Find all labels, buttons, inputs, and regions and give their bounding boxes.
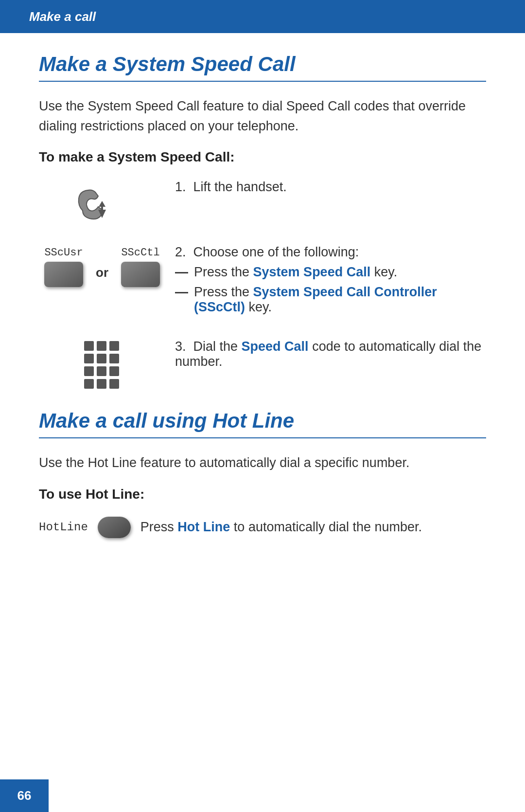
footer-spacer: [49, 779, 525, 812]
keypad-key: [109, 366, 119, 376]
keypad-key: [97, 341, 106, 351]
step-2-sub-2: — Press the System Speed Call Controller…: [175, 285, 486, 315]
step-3-text-area: 3. Dial the Speed Call code to automatic…: [165, 339, 486, 374]
or-label: or: [96, 253, 108, 280]
keypad-key: [84, 341, 94, 351]
section1: Make a System Speed Call Use the System …: [39, 53, 486, 390]
section2-subheading: To use Hot Line:: [39, 487, 486, 502]
key2-wrapper: SScCtl: [121, 247, 160, 287]
keypad-key: [84, 366, 94, 376]
section1-title: Make a System Speed Call: [39, 53, 486, 82]
breadcrumb: Make a call: [29, 9, 96, 24]
keypad-key: [97, 366, 106, 376]
hotline-button-icon: [98, 517, 131, 538]
keypad-icon: [84, 341, 120, 390]
main-content: Make a System Speed Call Use the System …: [0, 33, 525, 577]
step-3-icon-area: [39, 339, 165, 390]
step-1-row: 1. Lift the handset.: [39, 180, 486, 225]
section1-intro: Use the System Speed Call feature to dia…: [39, 96, 486, 136]
step-2-sub-1: — Press the System Speed Call key.: [175, 265, 486, 280]
key2-label: SScCtl: [121, 247, 159, 259]
step-1-icon-area: [39, 180, 165, 225]
keypad-key: [109, 354, 119, 363]
handset-icon: [68, 181, 136, 225]
steps-area: 1. Lift the handset. SScUsr or SScCtl: [39, 180, 486, 390]
svg-marker-2: [99, 201, 105, 207]
key1-label: SScUsr: [44, 247, 83, 259]
hotline-area: HotLine Press Hot Line to automatically …: [39, 517, 486, 538]
keypad-key: [109, 341, 119, 351]
hotline-label: HotLine: [39, 521, 88, 534]
highlight-system-speed-call: System Speed Call: [253, 265, 371, 279]
key2-button: [121, 262, 160, 287]
keypad-key: [84, 379, 94, 389]
step-2-text-area: 2. Choose one of the following: — Press …: [165, 245, 486, 320]
highlight-hot-line: Hot Line: [177, 520, 230, 534]
step-1-text: 1. Lift the handset.: [175, 180, 486, 195]
section2-intro: Use the Hot Line feature to automaticall…: [39, 453, 486, 473]
highlight-speed-call: Speed Call: [242, 339, 309, 354]
footer: 66: [0, 779, 525, 812]
section1-subheading: To make a System Speed Call:: [39, 149, 486, 165]
step-1-text-area: 1. Lift the handset.: [165, 180, 486, 199]
section2-title: Make a call using Hot Line: [39, 409, 486, 438]
keypad-key: [97, 354, 106, 363]
keypad-key: [97, 379, 106, 389]
keypad-key: [109, 379, 119, 389]
hotline-row: HotLine Press Hot Line to automatically …: [39, 517, 486, 538]
page-number: 66: [0, 779, 49, 812]
keypad-key: [84, 354, 94, 363]
step-2-icon-area: SScUsr or SScCtl: [39, 245, 165, 287]
step-3-row: 3. Dial the Speed Call code to automatic…: [39, 339, 486, 390]
highlight-sscctl: System Speed Call Controller (SScCtl): [194, 285, 437, 314]
step-2-row: SScUsr or SScCtl 2. Choose one of the fo…: [39, 245, 486, 320]
key1-button: [44, 262, 83, 287]
key-button-group: SScUsr or SScCtl: [44, 247, 160, 287]
header-bar: Make a call: [0, 0, 525, 33]
step-3-text: 3. Dial the Speed Call code to automatic…: [175, 339, 486, 369]
section2: Make a call using Hot Line Use the Hot L…: [39, 409, 486, 538]
hotline-text: Press Hot Line to automatically dial the…: [140, 517, 422, 537]
key1-wrapper: SScUsr: [44, 247, 83, 287]
step-2-main-text: 2. Choose one of the following:: [175, 245, 486, 260]
